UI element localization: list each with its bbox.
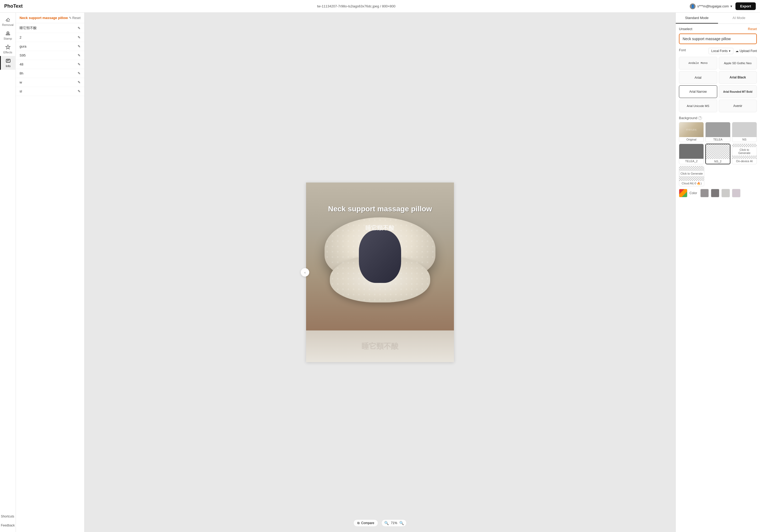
zoom-level: 71% xyxy=(391,521,397,525)
bg-label-ns-2: NS_2 xyxy=(714,159,722,164)
text-list-reset-button[interactable]: ✎ Reset xyxy=(69,16,80,20)
font-cell-andale-mono[interactable]: Andale Mono xyxy=(679,57,717,70)
bg-label-on-device-ai: On-device AI xyxy=(736,159,753,164)
compare-icon: ⧉ xyxy=(357,521,360,525)
font-cell-arial-unicode[interactable]: Arial Unicode MS xyxy=(679,100,717,112)
bg-label-ns: NS xyxy=(742,137,746,142)
sidebar-item-removal[interactable]: Removal xyxy=(1,15,15,28)
text-list-title[interactable]: Neck support massage pillow xyxy=(20,16,68,20)
bg-option-on-device-ai[interactable]: Click to Generate On-device AI xyxy=(732,144,757,164)
color-multi-swatch[interactable] xyxy=(679,189,688,197)
list-item[interactable]: 8h ✎ xyxy=(16,69,84,78)
color-label: Color xyxy=(689,191,697,195)
dropdown-icon: ▾ xyxy=(729,49,731,53)
sidebar-item-info[interactable]: Info xyxy=(0,56,16,70)
eraser-icon xyxy=(5,17,11,22)
user-email: s***m@tugaigai.com xyxy=(697,4,729,8)
list-item[interactable]: gura ✎ xyxy=(16,42,84,51)
watermark-text: 睡它頸不酸 xyxy=(361,341,399,351)
font-section-header: Font Local Fonts ▾ ☁ Upload Font xyxy=(679,48,757,54)
font-cell-avenir[interactable]: Avenir xyxy=(719,100,757,112)
bg-label-cloud-ai: Cloud AI(-0 🔥) xyxy=(682,181,702,186)
background-info-icon[interactable]: ? xyxy=(698,116,702,120)
right-reset-button[interactable]: Reset xyxy=(748,27,757,31)
user-menu[interactable]: 👤 s***m@tugaigai.com ▾ xyxy=(690,3,732,9)
edit-icon: ✎ xyxy=(78,53,80,57)
app-logo: PhoText xyxy=(4,3,23,9)
canvas-bottom-controls: ⧉ Compare 🔍 71% 🔍 xyxy=(353,519,407,527)
font-cell-arial-black[interactable]: Arial Black xyxy=(719,71,757,84)
background-label: Background xyxy=(679,116,697,120)
header-right: 👤 s***m@tugaigai.com ▾ Export xyxy=(690,2,756,10)
sidebar-item-effects[interactable]: Effects xyxy=(1,42,15,56)
sidebar-label-removal: Removal xyxy=(2,23,14,26)
bg-label-original: Original xyxy=(686,137,696,142)
font-cell-apple-sd-gothic[interactable]: Apple SD Gothic Neo xyxy=(719,57,757,70)
info-icon xyxy=(6,58,11,63)
text-edit-input[interactable] xyxy=(679,33,757,44)
bg-label-telea-2: TELEA_2 xyxy=(685,159,698,164)
upload-font-button[interactable]: ☁ Upload Font xyxy=(736,49,757,53)
canvas-main-text: Neck support massage pillow xyxy=(328,205,432,213)
tab-standard-mode[interactable]: Standard Mode xyxy=(676,13,718,24)
bg-option-ns-2[interactable]: NS_2 xyxy=(705,144,730,164)
unselect-button[interactable]: Unselect xyxy=(679,27,692,31)
local-fonts-button[interactable]: Local Fonts ▾ xyxy=(708,48,733,54)
color-swatch-4[interactable] xyxy=(732,189,740,197)
sidebar-item-stamp[interactable]: Stamp xyxy=(1,28,15,42)
sidebar-label-stamp: Stamp xyxy=(4,37,12,40)
unselect-row: Unselect Reset xyxy=(679,27,757,31)
color-swatch-3[interactable] xyxy=(722,189,730,197)
tab-ai-mode[interactable]: AI Mode xyxy=(718,13,760,24)
list-item[interactable]: S95 ✎ xyxy=(16,51,84,60)
bg-option-telea[interactable]: TELEA xyxy=(705,122,730,142)
upload-icon: ☁ xyxy=(736,49,738,53)
user-avatar: 👤 xyxy=(690,3,695,9)
mode-tabs: Standard Mode AI Mode xyxy=(676,13,760,24)
color-swatch-2[interactable] xyxy=(711,189,719,197)
bg-thumb-telea-2 xyxy=(679,144,703,159)
list-item[interactable]: 睡它頸不酸 ✎ xyxy=(16,23,84,33)
zoom-in-button[interactable]: 🔍 xyxy=(399,521,404,525)
user-dropdown-icon: ▾ xyxy=(731,4,732,8)
font-cell-arial-narrow[interactable]: Arial Narrow xyxy=(679,85,717,98)
canvas-nav-left[interactable]: ‹ xyxy=(301,268,309,276)
bg-option-ns[interactable]: NS xyxy=(732,122,757,142)
bg-thumb-original: 纤维乳胶枕 xyxy=(679,122,703,137)
sidebar-label-info: Info xyxy=(6,65,11,68)
edit-icon: ✎ xyxy=(78,71,80,75)
right-panel-content: Unselect Reset Font Local Fonts ▾ ☁ Uplo… xyxy=(676,24,760,532)
cloud-generate-label: Click to Generate xyxy=(680,171,704,176)
font-cell-arial[interactable]: Arial xyxy=(679,71,717,84)
text-list-items: 睡它頸不酸 ✎ 2 ✎ gura ✎ S95 ✎ 48 ✎ 8h ✎ xyxy=(16,23,84,532)
list-item[interactable]: 48 ✎ xyxy=(16,60,84,69)
bg-option-original[interactable]: 纤维乳胶枕 Original xyxy=(679,122,704,142)
edit-icon: ✎ xyxy=(78,62,80,66)
list-item[interactable]: w ✎ xyxy=(16,78,84,87)
bg-thumb-cloud-ai: Click to Generate xyxy=(679,166,704,181)
list-item[interactable]: 2 ✎ xyxy=(16,33,84,42)
edit-icon: ✎ xyxy=(78,35,80,39)
edit-icon: ✎ xyxy=(78,89,80,93)
bg-thumb-ns-2 xyxy=(706,144,730,159)
font-section-label: Font xyxy=(679,48,686,52)
zoom-out-button[interactable]: 🔍 xyxy=(384,521,389,525)
bg-option-cloud-ai[interactable]: Click to Generate Cloud AI(-0 🔥) xyxy=(679,166,704,186)
text-list-panel: Neck support massage pillow ✎ Reset 睡它頸不… xyxy=(16,13,84,532)
edit-icon: ✎ xyxy=(78,44,80,48)
edit-icon: ✎ xyxy=(78,80,80,84)
sidebar-label-effects: Effects xyxy=(3,51,12,54)
bg-thumb-on-device-ai: Click to Generate xyxy=(732,144,757,159)
color-swatch-1[interactable] xyxy=(700,189,709,197)
background-header: Background ? xyxy=(679,116,757,120)
export-button[interactable]: Export xyxy=(736,2,756,10)
pillow-scene: Neck support massage pillow 睡它頸不酸 xyxy=(306,182,454,330)
edit-icon: ✎ xyxy=(78,26,80,30)
right-panel: Standard Mode AI Mode Unselect Reset Fon… xyxy=(676,13,760,532)
font-cell-arial-rounded[interactable]: Arial Rounded MT Bold xyxy=(719,85,757,98)
background-section: Background ? 纤维乳胶枕 Original TELEA xyxy=(679,116,757,197)
bg-option-telea-2[interactable]: TELEA_2 xyxy=(679,144,704,164)
cloud-ai-row: Click to Generate Cloud AI(-0 🔥) xyxy=(679,166,757,186)
list-item[interactable]: sl ✎ xyxy=(16,87,84,96)
compare-button[interactable]: ⧉ Compare xyxy=(353,519,378,527)
